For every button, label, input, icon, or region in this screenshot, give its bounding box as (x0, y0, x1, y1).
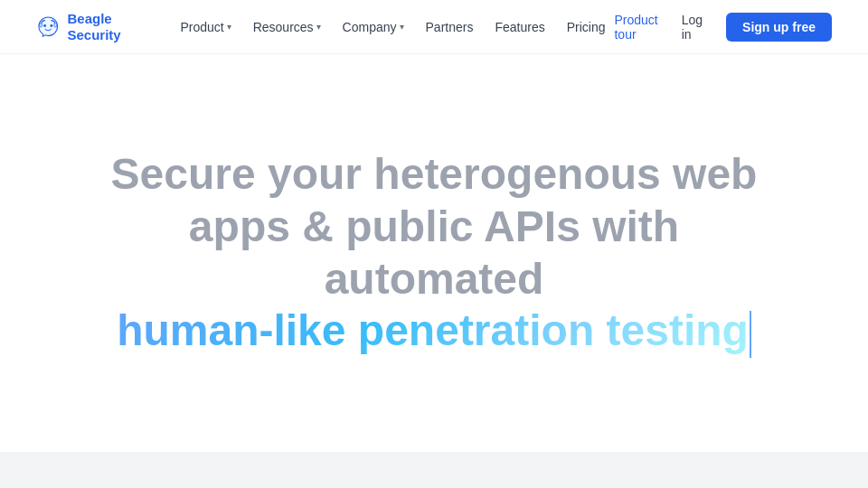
product-chevron-icon: ▾ (227, 22, 231, 32)
brand-name: Beagle Security (68, 11, 143, 43)
svg-point-1 (50, 24, 52, 27)
hero-heading: Secure your heterogenous web apps & publ… (108, 148, 760, 357)
svg-point-3 (54, 23, 57, 26)
footer-bar (0, 452, 868, 488)
hero-line1: Secure your heterogenous web (111, 150, 758, 198)
resources-chevron-icon: ▾ (316, 22, 321, 32)
hero-line3: human-like penetration testing (117, 306, 751, 354)
hero-section: Secure your heterogenous web apps & publ… (0, 54, 868, 434)
product-tour-link[interactable]: Product tour (614, 13, 657, 42)
beagle-logo-icon (36, 11, 61, 43)
hero-line2: apps & public APIs with automated (189, 202, 679, 303)
nav-pricing[interactable]: Pricing (558, 14, 615, 40)
svg-point-2 (40, 23, 42, 26)
navbar: Beagle Security Product ▾ Resources ▾ Co… (0, 0, 868, 54)
svg-point-0 (43, 24, 46, 27)
login-button[interactable]: Log in (673, 7, 712, 47)
nav-links: Product ▾ Resources ▾ Company ▾ Partners… (171, 14, 614, 40)
nav-company[interactable]: Company ▾ (334, 14, 413, 40)
nav-resources[interactable]: Resources ▾ (244, 14, 330, 40)
signup-button[interactable]: Sign up free (726, 13, 832, 42)
nav-right: Product tour Log in Sign up free (614, 7, 832, 47)
text-cursor (750, 311, 751, 358)
nav-product[interactable]: Product ▾ (171, 14, 240, 40)
company-chevron-icon: ▾ (400, 22, 404, 32)
logo-link[interactable]: Beagle Security (36, 11, 142, 43)
nav-features[interactable]: Features (486, 14, 553, 40)
nav-partners[interactable]: Partners (417, 14, 483, 40)
